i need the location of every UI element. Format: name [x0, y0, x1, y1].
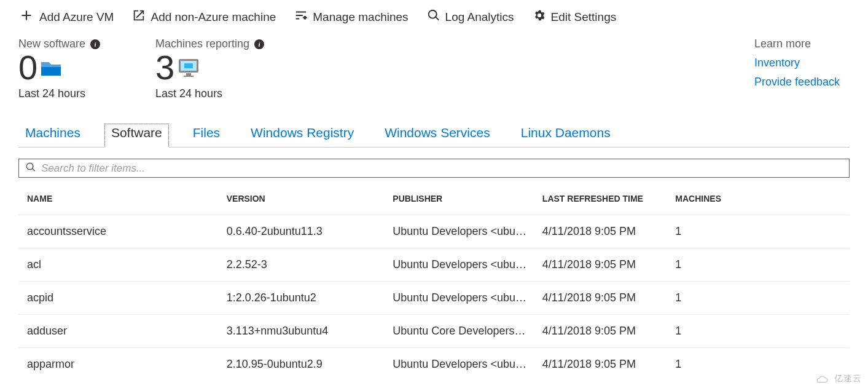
search-input[interactable]: [41, 162, 843, 175]
cell-time: 4/11/2018 9:05 PM: [534, 215, 667, 248]
svg-marker-1: [41, 62, 61, 67]
svg-rect-6: [184, 76, 194, 77]
add-non-azure-button[interactable]: Add non-Azure machine: [132, 9, 276, 25]
cell-version: 2.2.52-3: [218, 248, 385, 282]
table-row[interactable]: acl2.2.52-3Ubuntu Developers <ubun…4/11/…: [18, 248, 850, 282]
cell-time: 4/11/2018 9:05 PM: [534, 248, 667, 282]
cell-publisher: Ubuntu Developers <ubun…: [384, 282, 534, 315]
sliders-icon: [294, 9, 308, 25]
toolbar-label: Log Analytics: [445, 10, 514, 24]
col-name[interactable]: NAME: [18, 183, 218, 215]
cell-version: 0.6.40-2ubuntu11.3: [218, 215, 385, 248]
cell-machines: 1: [667, 282, 850, 315]
tab-linux-daemons[interactable]: Linux Daemons: [514, 124, 617, 148]
plus-icon: [18, 7, 34, 26]
cell-time: 4/11/2018 9:05 PM: [534, 315, 667, 348]
table-row[interactable]: acpid1:2.0.26-1ubuntu2Ubuntu Developers …: [18, 282, 850, 315]
software-table: NAME VERSION PUBLISHER LAST REFRESHED TI…: [18, 183, 850, 381]
stat-sub: Last 24 hours: [18, 87, 100, 100]
cell-publisher: Ubuntu Developers <ubun…: [384, 215, 534, 248]
toolbar-label: Add non-Azure machine: [151, 10, 276, 24]
watermark: 亿速云: [815, 373, 862, 381]
cell-machines: 1: [667, 315, 850, 348]
table-header-row: NAME VERSION PUBLISHER LAST REFRESHED TI…: [18, 183, 850, 215]
monitor-icon: [178, 58, 199, 77]
tab-files[interactable]: Files: [186, 124, 227, 148]
col-version[interactable]: VERSION: [218, 183, 385, 215]
col-publisher[interactable]: PUBLISHER: [384, 183, 534, 215]
stat-machines-reporting: Machines reporting i 3 Last 24 hours: [155, 38, 264, 100]
table-row[interactable]: apparmor2.10.95-0ubuntu2.9Ubuntu Develop…: [18, 348, 850, 381]
stat-value: 0: [18, 50, 37, 85]
col-machines[interactable]: MACHINES: [667, 183, 850, 215]
cell-publisher: Ubuntu Developers <ubun…: [384, 348, 534, 381]
cell-version: 2.10.95-0ubuntu2.9: [218, 348, 385, 381]
gear-icon: [533, 9, 546, 25]
toolbar-label: Manage machines: [313, 10, 408, 24]
info-icon[interactable]: i: [90, 39, 100, 49]
add-azure-vm-button[interactable]: Add Azure VM: [18, 7, 114, 26]
inventory-link[interactable]: Inventory: [754, 57, 840, 69]
feedback-link[interactable]: Provide feedback: [754, 76, 840, 89]
cell-name: adduser: [18, 315, 218, 348]
search-icon: [427, 9, 440, 25]
tab-bar: Machines Software Files Windows Registry…: [18, 106, 850, 148]
cell-version: 1:2.0.26-1ubuntu2: [218, 282, 385, 315]
learn-more-panel: Learn more Inventory Provide feedback: [754, 38, 850, 100]
cell-version: 3.113+nmu3ubuntu4: [218, 315, 385, 348]
external-link-icon: [132, 9, 146, 25]
search-icon: [25, 162, 36, 175]
tab-machines[interactable]: Machines: [18, 124, 87, 148]
table-row[interactable]: adduser3.113+nmu3ubuntu4Ubuntu Core Deve…: [18, 315, 850, 348]
cell-name: apparmor: [18, 348, 218, 381]
toolbar: Add Azure VM Add non-Azure machine Manag…: [0, 0, 868, 38]
stat-value: 3: [155, 50, 174, 85]
learn-more-header: Learn more: [754, 38, 840, 50]
col-last-refreshed[interactable]: LAST REFRESHED TIME: [534, 183, 667, 215]
cell-machines: 1: [667, 215, 850, 248]
stat-sub: Last 24 hours: [155, 87, 264, 100]
edit-settings-button[interactable]: Edit Settings: [533, 9, 617, 25]
log-analytics-button[interactable]: Log Analytics: [427, 9, 514, 25]
cell-name: acl: [18, 248, 218, 282]
cell-name: acpid: [18, 282, 218, 315]
svg-rect-4: [184, 63, 193, 68]
cell-publisher: Ubuntu Developers <ubun…: [384, 248, 534, 282]
search-box[interactable]: [18, 159, 850, 178]
stats-row: New software i 0 Last 24 hours Machines …: [0, 38, 868, 106]
stat-new-software: New software i 0 Last 24 hours: [18, 38, 100, 100]
cell-name: accountsservice: [18, 215, 218, 248]
folder-icon: [41, 60, 61, 76]
svg-rect-5: [186, 73, 191, 76]
tab-windows-registry[interactable]: Windows Registry: [244, 124, 361, 148]
cell-time: 4/11/2018 9:05 PM: [534, 282, 667, 315]
cell-publisher: Ubuntu Core Developers…: [384, 315, 534, 348]
toolbar-label: Edit Settings: [551, 10, 617, 24]
cell-machines: 1: [667, 248, 850, 282]
table-row[interactable]: accountsservice0.6.40-2ubuntu11.3Ubuntu …: [18, 215, 850, 248]
info-icon[interactable]: i: [254, 39, 264, 49]
tab-software[interactable]: Software: [104, 124, 169, 148]
tab-windows-services[interactable]: Windows Services: [378, 124, 497, 148]
manage-machines-button[interactable]: Manage machines: [294, 9, 408, 25]
cell-time: 4/11/2018 9:05 PM: [534, 348, 667, 381]
toolbar-label: Add Azure VM: [39, 10, 114, 24]
